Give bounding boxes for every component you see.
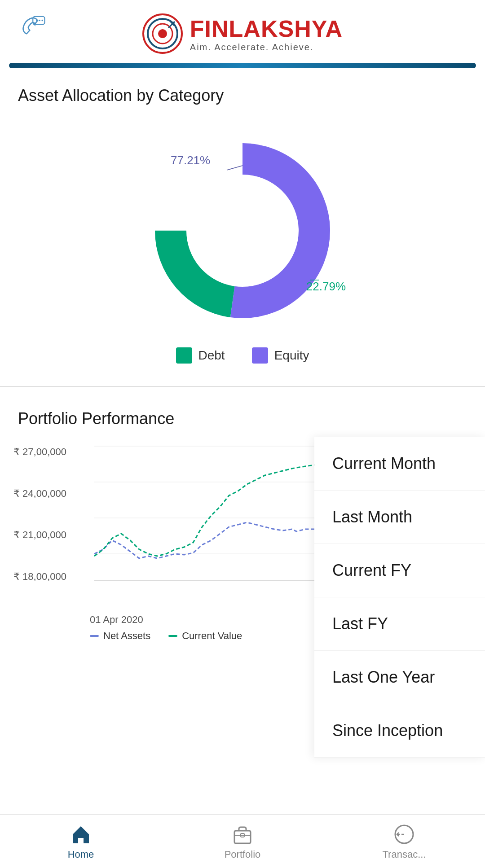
svg-point-7 [158,29,167,38]
app-header: FINLAKSHYA Aim. Accelerate. Achieve. [0,0,485,63]
phone-icon[interactable] [18,13,49,46]
current-value-line-icon [168,635,177,637]
performance-chart-area: ₹ 27,00,000 ₹ 24,00,000 ₹ 21,00,000 ₹ 18… [0,437,485,609]
debt-label: Debt [198,348,225,363]
nav-home[interactable]: Home [0,815,162,868]
equity-pct-label: 77.21% [171,153,210,167]
nav-transactions[interactable]: Transac... [323,815,485,868]
y-label-3: ₹ 21,00,000 [13,529,85,541]
y-label-2: ₹ 24,00,000 [13,488,85,500]
svg-point-3 [42,20,44,22]
legend-debt: Debt [176,347,225,364]
nav-home-label: Home [68,849,94,860]
logo-name: FINLAKSHYA [190,15,343,42]
current-value-legend-label: Current Value [182,630,242,642]
legend-net-assets: Net Assets [90,630,150,642]
portfolio-section: Portfolio Performance ₹ 27,00,000 ₹ 24,0… [0,396,485,651]
chart-legend: Debt Equity [176,347,309,364]
donut-chart-area: 77.21% 22.79% Debt Equity [0,114,485,377]
dropdown-current-month[interactable]: Current Month [314,437,485,491]
y-label-1: ₹ 27,00,000 [13,446,85,458]
y-label-4: ₹ 18,00,000 [13,571,85,583]
equity-color-box [252,347,268,364]
logo: FINLAKSHYA Aim. Accelerate. Achieve. [142,13,343,54]
legend-current-value: Current Value [168,630,242,642]
equity-label: Equity [274,348,309,363]
dropdown-last-month[interactable]: Last Month [314,491,485,544]
net-assets-legend-label: Net Assets [103,630,150,642]
nav-transactions-label: Transac... [383,849,426,860]
nav-portfolio-label: Portfolio [225,849,261,860]
svg-point-2 [39,20,40,22]
asset-allocation-section: Asset Allocation by Category 77.21% [0,82,485,377]
dropdown-last-one-year[interactable]: Last One Year [314,651,485,704]
donut-chart: 77.21% 22.79% [135,123,350,338]
dropdown-since-inception[interactable]: Since Inception [314,704,485,758]
period-dropdown: Current Month Last Month Current FY Last… [314,437,485,758]
bottom-navigation: Home Portfolio Transac... [0,814,485,868]
section-divider [0,386,485,387]
asset-section-title: Asset Allocation by Category [0,82,485,114]
net-assets-line-icon [90,635,99,637]
debt-pct-label: 22.79% [306,280,346,294]
dropdown-current-fy[interactable]: Current FY [314,544,485,597]
dropdown-last-fy[interactable]: Last FY [314,597,485,651]
portfolio-title: Portfolio Performance [0,405,485,437]
svg-point-1 [36,20,38,22]
y-axis: ₹ 27,00,000 ₹ 24,00,000 ₹ 21,00,000 ₹ 18… [0,437,90,609]
header-blue-bar [9,63,476,68]
debt-color-box [176,347,192,364]
logo-tagline: Aim. Accelerate. Achieve. [190,42,343,53]
legend-equity: Equity [252,347,309,364]
nav-portfolio[interactable]: Portfolio [162,815,323,868]
